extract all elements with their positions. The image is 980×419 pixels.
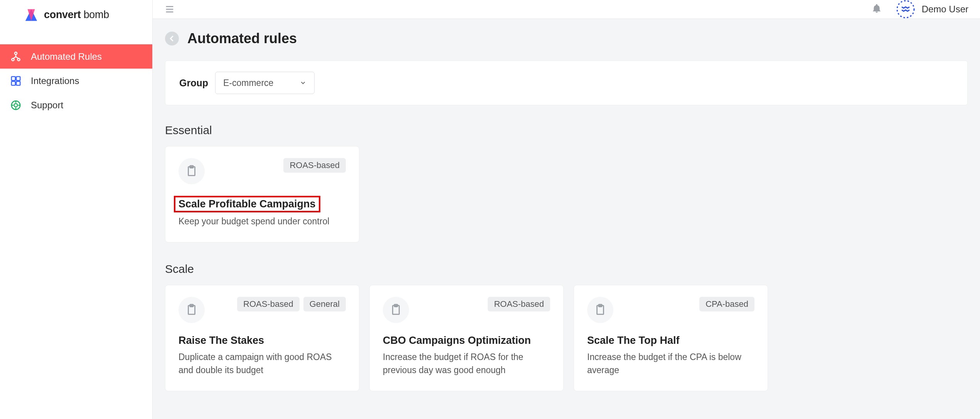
main: Demo User Automated rules Group E-commer… (153, 0, 980, 419)
bell-icon (872, 3, 882, 13)
page-title: Automated rules (187, 30, 297, 47)
group-label: Group (179, 77, 208, 89)
sidebar-item-label: Integrations (31, 76, 79, 86)
topbar: Demo User (153, 0, 980, 19)
clipboard-icon (178, 158, 205, 184)
clipboard-icon (178, 297, 205, 323)
hamburger-icon (164, 4, 175, 15)
svg-rect-4 (16, 76, 20, 80)
group-selected-value: E-commerce (223, 78, 273, 88)
badge: ROAS-based (283, 158, 346, 173)
svg-rect-5 (12, 81, 15, 85)
card-cbo-campaigns-optimization[interactable]: ROAS-based CBO Campaigns Optimization In… (369, 285, 564, 391)
sidebar-item-support[interactable]: Support (0, 93, 152, 117)
badge: General (303, 297, 346, 311)
card-scale-profitable-campaigns[interactable]: ROAS-based Scale Profitable Campaigns Ke… (165, 146, 359, 242)
card-title: Scale Profitable Campaigns (174, 196, 320, 212)
logo[interactable]: convert bomb (0, 0, 152, 30)
logo-icon (24, 8, 39, 22)
card-title: Scale The Top Half (587, 335, 754, 347)
menu-toggle-button[interactable] (163, 3, 176, 15)
support-icon (10, 99, 22, 111)
svg-rect-6 (16, 81, 20, 85)
svg-point-0 (15, 52, 17, 54)
arrow-left-icon (168, 34, 176, 43)
content: Automated rules Group E-commerce Essenti… (153, 19, 980, 419)
card-title: CBO Campaigns Optimization (383, 335, 550, 347)
section-title-essential: Essential (165, 124, 968, 137)
card-sub: Keep your budget spend under control (178, 215, 346, 228)
svg-point-8 (14, 103, 18, 107)
svg-point-9 (897, 1, 914, 18)
avatar (896, 0, 915, 19)
clipboard-icon (383, 297, 409, 323)
card-sub: Increase the budget if the CPA is below … (587, 350, 754, 377)
username: Demo User (922, 4, 968, 15)
badge: ROAS-based (237, 297, 300, 311)
integrations-icon (10, 75, 22, 87)
card-raise-the-stakes[interactable]: ROAS-based General Raise The Stakes Dupl… (165, 285, 359, 391)
sidebar-item-integrations[interactable]: Integrations (0, 69, 152, 93)
chevron-down-icon (300, 79, 306, 86)
cards-scale: ROAS-based General Raise The Stakes Dupl… (165, 285, 968, 391)
rules-icon (10, 51, 22, 62)
badge: ROAS-based (488, 297, 550, 311)
sidebar-item-label: Automated Rules (31, 51, 102, 62)
section-title-scale: Scale (165, 263, 968, 276)
cards-essential: ROAS-based Scale Profitable Campaigns Ke… (165, 146, 968, 242)
group-select[interactable]: E-commerce (215, 72, 315, 94)
notifications-button[interactable] (872, 3, 882, 15)
avatar-icon (896, 0, 915, 19)
logo-text: convert bomb (44, 9, 109, 21)
sidebar-item-label: Support (31, 100, 63, 111)
svg-rect-3 (12, 76, 15, 80)
sidebar: convert bomb Automated Rules (0, 0, 153, 419)
nav: Automated Rules Integrations (0, 30, 152, 117)
card-sub: Increase the budget if ROAS for the prev… (383, 350, 550, 377)
badge: CPA-based (699, 297, 754, 311)
user-menu[interactable]: Demo User (896, 0, 968, 19)
card-scale-the-top-half[interactable]: CPA-based Scale The Top Half Increase th… (574, 285, 768, 391)
clipboard-icon (587, 297, 613, 323)
sidebar-item-automated-rules[interactable]: Automated Rules (0, 44, 152, 69)
card-title: Raise The Stakes (178, 335, 346, 347)
back-button[interactable] (165, 32, 179, 45)
card-sub: Duplicate a campaign with good ROAS and … (178, 350, 346, 377)
group-panel: Group E-commerce (165, 61, 968, 105)
